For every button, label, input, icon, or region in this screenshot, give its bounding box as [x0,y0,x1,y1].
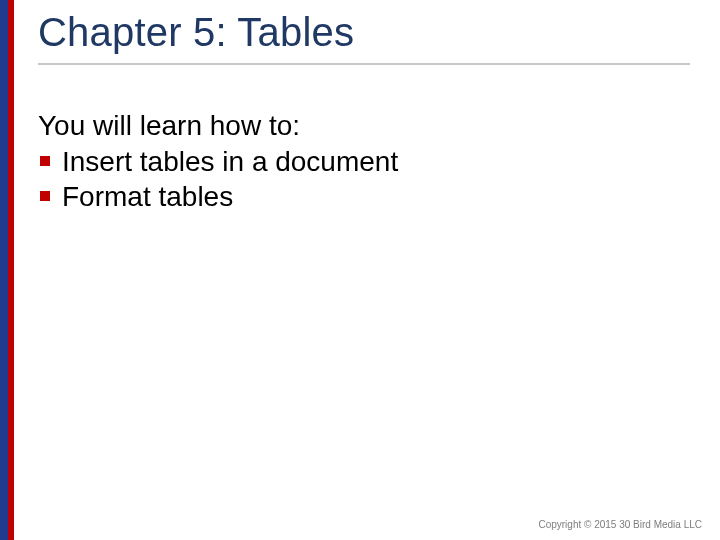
bullet-list: Insert tables in a document Format table… [38,144,680,214]
side-stripe [0,0,14,540]
copyright-text: Copyright © 2015 30 Bird Media LLC [538,519,702,530]
stripe-blue [0,0,8,540]
title-rule [38,63,690,65]
content-area: You will learn how to: Insert tables in … [38,110,680,214]
list-item: Format tables [38,179,680,214]
intro-text: You will learn how to: [38,110,680,142]
slide: Chapter 5: Tables You will learn how to:… [0,0,720,540]
title-area: Chapter 5: Tables [38,10,690,65]
stripe-red [8,0,14,540]
list-item: Insert tables in a document [38,144,680,179]
slide-title: Chapter 5: Tables [38,10,690,55]
